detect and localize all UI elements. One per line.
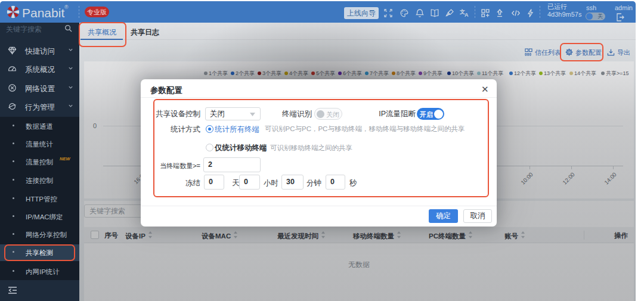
- svg-text:A: A: [465, 12, 469, 18]
